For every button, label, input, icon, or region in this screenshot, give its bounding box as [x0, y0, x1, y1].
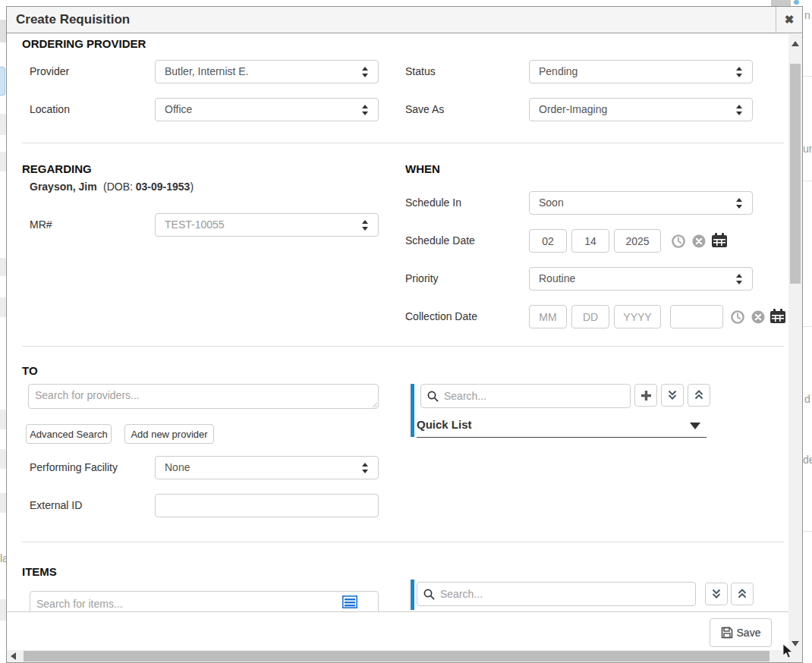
double-chevron-down-icon	[667, 390, 678, 401]
save-button-label: Save	[737, 627, 761, 639]
item-table-icon[interactable]	[342, 595, 357, 608]
regarding-heading: REGARDING	[22, 162, 92, 175]
collection-date-time-input[interactable]	[670, 305, 723, 328]
horizontal-scrollbar-thumb[interactable]	[24, 651, 770, 661]
provider-select-value: Butler, Internist E.	[165, 61, 249, 83]
background-text-fragment: d	[804, 393, 810, 405]
collection-date-year-input[interactable]	[614, 305, 661, 328]
when-heading: WHEN	[405, 162, 440, 175]
to-panel-search-input[interactable]	[420, 384, 631, 408]
location-select[interactable]: Office	[155, 98, 379, 121]
to-collapse-all-button[interactable]	[688, 384, 710, 407]
schedule-date-calendar-icon[interactable]	[712, 233, 727, 248]
schedule-date-time-icon[interactable]	[672, 234, 685, 248]
close-icon: ✖	[785, 13, 795, 26]
resize-grip-icon[interactable]	[372, 402, 378, 408]
collection-date-calendar-icon[interactable]	[770, 309, 785, 324]
provider-search-textarea[interactable]	[28, 384, 379, 409]
external-id-input[interactable]	[155, 494, 379, 517]
quick-list-caret-icon[interactable]	[690, 423, 700, 429]
patient-dob: (DOB: 03-09-1953)	[103, 180, 194, 193]
schedule-date-year-input[interactable]	[614, 229, 661, 253]
items-collapse-all-button[interactable]	[731, 583, 754, 605]
close-button[interactable]: ✖	[776, 7, 802, 33]
schedule-date-clear-icon[interactable]	[692, 234, 706, 248]
location-select-value: Office	[165, 99, 192, 121]
select-caret-icon	[361, 67, 369, 77]
provider-label: Provider	[30, 60, 69, 83]
select-caret-icon	[361, 105, 369, 115]
items-heading: ITEMS	[22, 565, 57, 578]
create-requisition-dialog: Create Requisition ✖ ORDERING PROVIDER P…	[6, 6, 803, 663]
schedule-in-select[interactable]: Soon	[529, 191, 753, 215]
to-expand-all-button[interactable]	[661, 384, 684, 407]
collection-date-month-input[interactable]	[529, 305, 567, 328]
scroll-up-arrow[interactable]	[792, 41, 799, 46]
background-dot-fragment	[794, 0, 799, 5]
background-page-fragment	[0, 493, 6, 513]
mr-select[interactable]: TEST-10055	[155, 213, 379, 237]
items-expand-all-button[interactable]	[705, 583, 728, 605]
to-heading: TO	[22, 364, 38, 377]
double-chevron-up-icon	[694, 390, 704, 401]
dob-prefix: (DOB:	[103, 181, 133, 193]
status-select-value: Pending	[539, 61, 578, 83]
background-text-fragment: de	[803, 454, 812, 466]
collection-date-day-input[interactable]	[571, 305, 609, 328]
select-caret-icon	[361, 463, 369, 473]
items-panel-search-input[interactable]	[417, 582, 696, 606]
schedule-date-month-input[interactable]	[529, 229, 567, 253]
scroll-left-arrow[interactable]	[11, 652, 16, 660]
background-line-fragment	[803, 76, 812, 77]
add-new-provider-button[interactable]: Add new provider	[124, 424, 214, 444]
background-button-fragment	[0, 67, 5, 96]
save-as-label: Save As	[405, 98, 444, 121]
location-label: Location	[30, 98, 70, 121]
performing-facility-select-value: None	[165, 457, 190, 479]
select-caret-icon	[735, 198, 743, 209]
advanced-search-button[interactable]: Advanced Search	[26, 424, 112, 444]
mr-label: MR#	[30, 213, 52, 237]
items-panel-accent-bar	[411, 580, 414, 610]
double-chevron-up-icon	[737, 589, 747, 599]
select-caret-icon	[361, 220, 369, 231]
schedule-date-day-input[interactable]	[571, 229, 609, 253]
dialog-footer	[7, 611, 788, 652]
background-page-fragment	[0, 152, 6, 171]
external-id-label: External ID	[30, 494, 82, 517]
vertical-scrollbar-thumb[interactable]	[790, 64, 801, 284]
collection-date-clear-icon[interactable]	[751, 310, 765, 324]
double-chevron-down-icon	[711, 589, 722, 599]
background-tab-fragment	[771, 0, 791, 6]
background-page-fragment	[0, 297, 6, 317]
to-panel-search	[420, 384, 631, 408]
background-text-fragment: un	[803, 143, 812, 155]
search-icon	[423, 589, 435, 600]
save-button[interactable]: Save	[710, 618, 772, 647]
performing-facility-select[interactable]: None	[155, 456, 379, 479]
add-provider-to-list-button[interactable]	[634, 384, 657, 407]
status-label: Status	[405, 60, 436, 83]
select-caret-icon	[735, 67, 743, 77]
mouse-cursor	[782, 644, 794, 659]
horizontal-scrollbar[interactable]	[7, 650, 788, 662]
priority-label: Priority	[405, 267, 439, 291]
priority-select[interactable]: Routine	[529, 267, 753, 291]
schedule-date-label: Schedule Date	[405, 229, 475, 253]
items-panel-search	[417, 582, 696, 606]
status-select[interactable]: Pending	[529, 60, 753, 83]
quick-list-underline	[417, 437, 707, 438]
provider-select[interactable]: Butler, Internist E.	[155, 60, 379, 83]
performing-facility-label: Performing Facility	[30, 456, 118, 479]
save-as-select[interactable]: Order-Imaging	[529, 98, 753, 121]
quick-list-header[interactable]: Quick List	[417, 418, 472, 431]
background-page-fragment	[0, 114, 6, 135]
section-divider	[22, 542, 784, 542]
vertical-scrollbar[interactable]	[788, 34, 802, 662]
dob-suffix: )	[190, 181, 194, 193]
dialog-header: Create Requisition ✖	[7, 7, 802, 33]
collection-date-time-icon[interactable]	[731, 310, 744, 324]
schedule-in-select-value: Soon	[539, 192, 564, 214]
background-text-fragment: n	[804, 9, 810, 21]
schedule-in-label: Schedule In	[405, 191, 461, 215]
